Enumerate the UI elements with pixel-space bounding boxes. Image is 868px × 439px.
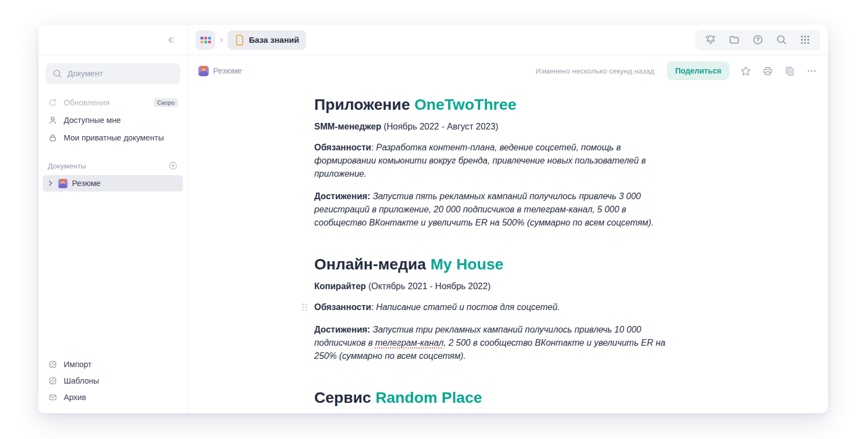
bell-icon [705, 34, 716, 46]
breadcrumb-label: База знаний [249, 35, 299, 44]
sidebar: Обновления Скоро Доступные мне Мои прива… [38, 25, 188, 413]
sidebar-item-import[interactable]: Импорт [38, 356, 187, 373]
search-icon [52, 69, 63, 79]
achievements-paragraph: Достижения: Запустив три рекламных кампа… [314, 323, 671, 363]
collapse-sidebar-button[interactable] [164, 33, 177, 47]
document-header: Резюме Изменено несколько секунд назад П… [188, 60, 828, 82]
document-icon [235, 35, 244, 46]
double-chevron-left-icon [166, 35, 176, 45]
sidebar-item-templates[interactable]: Шаблоны [38, 373, 187, 389]
global-search-button[interactable] [776, 34, 787, 46]
document-actions: Изменено несколько секунд назад Поделить… [536, 61, 817, 80]
sidebar-item-label: Обновления [64, 98, 110, 107]
main-area: База знаний [188, 25, 828, 413]
brand-name: My House [430, 256, 503, 273]
lock-icon [48, 133, 58, 143]
help-icon: ? [752, 34, 764, 46]
breadcrumb-separator-icon [219, 37, 224, 43]
duplicate-button[interactable] [784, 65, 795, 77]
last-modified-text: Изменено несколько секунд назад [536, 67, 654, 75]
share-button[interactable]: Поделиться [667, 61, 730, 80]
folders-button[interactable] [728, 34, 740, 46]
refresh-icon [48, 98, 58, 108]
section-heading: Онлайн-медиа My House [314, 256, 671, 273]
add-document-button[interactable] [168, 161, 178, 171]
notifications-button[interactable] [705, 34, 716, 46]
help-button[interactable]: ? [752, 34, 764, 46]
sidebar-search[interactable] [46, 63, 180, 84]
achievements-paragraph: Достижения: Запустив пять рекламных камп… [314, 190, 671, 229]
role-line: SMM-менеджер (Ноябрь 2022 - Август 2023) [314, 122, 671, 132]
workspace-grid-icon [201, 37, 211, 43]
document-title: Резюме [213, 66, 242, 75]
spellcheck-underlined-word: телеграм-канал [375, 338, 444, 347]
sidebar-item-label: Импорт [64, 360, 92, 369]
chevron-right-icon[interactable] [47, 180, 54, 187]
document-content: Приложение OneTwoThree SMM-менеджер (Ноя… [314, 82, 671, 413]
sidebar-item-updates: Обновления Скоро [38, 94, 187, 111]
sidebar-item-shared-with-me[interactable]: Доступные мне [38, 111, 187, 129]
soon-badge: Скоро [154, 98, 178, 107]
favorite-button[interactable] [740, 65, 752, 77]
sidebar-item-label: Шаблоны [64, 376, 99, 385]
plus-circle-icon [168, 161, 178, 171]
block-drag-handle-icon[interactable] [302, 303, 307, 312]
sidebar-item-label: Архив [64, 393, 86, 402]
tree-item-label: Резюме [72, 179, 101, 188]
sidebar-item-private-documents[interactable]: Мои приватные документы [38, 129, 187, 147]
sidebar-item-label: Мои приватные документы [64, 133, 164, 142]
role-line: Копирайтер (Октябрь 2021 - Ноябрь 2022) [314, 282, 671, 291]
user-icon [48, 115, 58, 125]
document-avatar-icon [58, 179, 68, 188]
star-icon [740, 65, 752, 77]
sidebar-item-archive[interactable]: Архив [38, 389, 187, 406]
document-canvas[interactable]: Приложение OneTwoThree SMM-менеджер (Ноя… [188, 82, 828, 413]
section-heading: Сервис Random Place [314, 389, 671, 407]
brand-name: Random Place [375, 389, 482, 406]
more-options-button[interactable] [806, 65, 817, 77]
svg-text:?: ? [756, 36, 759, 43]
apps-menu-button[interactable] [799, 34, 811, 46]
print-button[interactable] [762, 65, 774, 77]
sidebar-item-resume[interactable]: Резюме [43, 175, 183, 192]
sidebar-nav: Обновления Скоро Доступные мне Мои прива… [38, 94, 187, 147]
more-icon [806, 65, 817, 77]
documents-section-label: Документы [48, 162, 86, 170]
sidebar-item-label: Доступные мне [64, 116, 121, 125]
sidebar-header [38, 25, 187, 55]
document-avatar-icon [198, 66, 209, 76]
template-icon [48, 376, 58, 386]
apps-grid-icon [799, 34, 811, 46]
search-icon [776, 34, 787, 46]
printer-icon [762, 65, 774, 77]
section-heading: Приложение OneTwoThree [314, 96, 671, 114]
folder-icon [728, 34, 740, 46]
app-window: Обновления Скоро Доступные мне Мои прива… [38, 25, 828, 413]
import-icon [48, 359, 58, 369]
sidebar-footer: Импорт Шаблоны Архив [38, 356, 187, 406]
duties-paragraph: Обязанности: Написание статей и постов д… [314, 301, 671, 314]
breadcrumb-knowledge-base[interactable]: База знаний [227, 30, 306, 50]
workspace-home-button[interactable] [196, 30, 215, 50]
global-icon-tray: ? [695, 30, 820, 50]
copy-icon [784, 65, 795, 77]
documents-section-header: Документы [48, 161, 178, 171]
archive-icon [48, 392, 58, 402]
brand-name: OneTwoThree [414, 96, 516, 113]
document-title-group: Резюме [198, 66, 242, 76]
duties-paragraph: Обязанности: Разработка контент-плана, в… [314, 141, 671, 181]
top-toolbar: База знаний [188, 25, 828, 55]
search-input[interactable] [68, 69, 174, 78]
